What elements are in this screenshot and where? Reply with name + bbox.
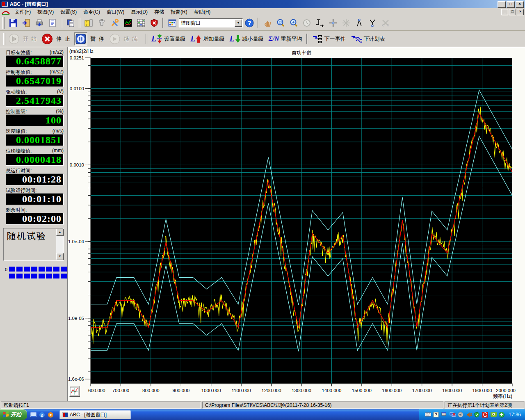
measure-button[interactable] bbox=[314, 17, 326, 29]
menu-report[interactable]: 报告(R) bbox=[167, 8, 191, 16]
svg-text:?: ? bbox=[248, 20, 251, 26]
minimize-button[interactable]: _ bbox=[498, 1, 506, 8]
zoom-box-button[interactable] bbox=[274, 17, 287, 29]
zoom-in-icon bbox=[289, 18, 298, 27]
help-button[interactable]: ? bbox=[243, 17, 256, 29]
scroll-up-button[interactable]: ▲ bbox=[56, 229, 64, 236]
mute-icon[interactable] bbox=[458, 412, 464, 418]
pan-hand-button[interactable] bbox=[261, 17, 274, 29]
field-label: 控制有效值: bbox=[6, 69, 32, 75]
menu-view[interactable]: 视图(V) bbox=[34, 8, 57, 16]
clamp-button[interactable] bbox=[96, 17, 108, 29]
lcd-value-4: 0.0001851 bbox=[6, 134, 64, 146]
pause-button[interactable] bbox=[74, 32, 87, 46]
show-desktop-icon[interactable] bbox=[30, 412, 37, 418]
import-button[interactable] bbox=[20, 17, 32, 29]
svg-text:e: e bbox=[41, 412, 43, 417]
lcd-value-3: 100 bbox=[6, 114, 64, 126]
start-button[interactable] bbox=[8, 33, 20, 45]
spectrum-plot[interactable]: 0.02510.01000.00101.0e-041.0e-051.6e-066… bbox=[68, 47, 525, 401]
crosshair-button[interactable] bbox=[327, 17, 339, 29]
set-level-button[interactable]: L 设置量级 bbox=[151, 34, 185, 44]
menu-settings[interactable]: 设置(S) bbox=[57, 8, 80, 16]
menu-command[interactable]: 命令(C) bbox=[80, 8, 103, 16]
report-icon bbox=[48, 18, 57, 27]
table-icon bbox=[137, 18, 146, 27]
y-axis-unit-label: (m/s2)2/Hz bbox=[69, 48, 94, 54]
task-app-icon bbox=[62, 412, 68, 417]
mdi-close-button[interactable]: × bbox=[517, 9, 524, 15]
menu-file[interactable]: 文件(F) bbox=[11, 8, 34, 16]
next-schedule-button[interactable]: 下计划表 bbox=[351, 34, 385, 43]
window-grid-button[interactable] bbox=[166, 17, 178, 29]
menu-help[interactable]: 帮助(H) bbox=[191, 8, 214, 16]
media-player-icon[interactable] bbox=[48, 412, 54, 418]
ruler-button[interactable] bbox=[82, 17, 95, 29]
table-button[interactable] bbox=[135, 17, 147, 29]
main-toolbar: 谱图窗口 ▼ ? bbox=[0, 16, 525, 31]
field-unit: (mm) bbox=[52, 148, 64, 154]
increase-level-button[interactable]: L 增加量级 bbox=[190, 34, 224, 43]
zoom-in-button[interactable] bbox=[288, 17, 300, 29]
status-help: 帮助请按F1 bbox=[1, 402, 201, 409]
pan-hand-icon bbox=[263, 18, 272, 27]
marker-harmonic-button[interactable] bbox=[366, 17, 379, 29]
sync-red-icon[interactable] bbox=[482, 412, 488, 418]
keyboard-icon[interactable] bbox=[425, 412, 431, 418]
mdi-restore-button[interactable]: □ bbox=[509, 9, 516, 15]
shield-green-icon[interactable] bbox=[474, 412, 480, 418]
maximize-button[interactable]: □ bbox=[507, 1, 515, 8]
history-button[interactable] bbox=[301, 17, 313, 29]
window-select-combo[interactable]: 谱图窗口 ▼ bbox=[179, 18, 243, 27]
mdi-minimize-button[interactable]: _ bbox=[501, 9, 508, 15]
security-icon bbox=[150, 18, 159, 27]
svg-text:900.000: 900.000 bbox=[172, 388, 189, 393]
progress-square bbox=[39, 274, 45, 278]
window-layout-icon[interactable] bbox=[441, 412, 447, 418]
graph-settings-button[interactable] bbox=[122, 17, 134, 29]
continue-button[interactable] bbox=[109, 33, 121, 45]
volume-icon[interactable] bbox=[466, 412, 472, 418]
test-name-scrollbar[interactable]: ▲ ▼ bbox=[56, 229, 63, 260]
health-green-icon[interactable] bbox=[499, 412, 505, 418]
internet-explorer-icon[interactable]: e bbox=[39, 412, 45, 418]
svg-text:1200.000: 1200.000 bbox=[262, 388, 281, 393]
menu-window[interactable]: 窗口(W) bbox=[103, 8, 128, 16]
star-button[interactable] bbox=[340, 17, 352, 29]
marker-delete-button[interactable] bbox=[379, 17, 392, 29]
decrease-level-button[interactable]: L 减小量级 bbox=[229, 34, 263, 43]
security-button[interactable] bbox=[148, 17, 160, 29]
field-unit: (m/s2) bbox=[50, 69, 64, 75]
progress-square bbox=[46, 274, 52, 278]
marker-pick-button[interactable] bbox=[353, 17, 365, 29]
stop-button[interactable] bbox=[41, 33, 53, 45]
close-button[interactable]: × bbox=[516, 1, 524, 8]
task-button-label: ABC - [谱图窗口] bbox=[70, 411, 107, 418]
lcd-value-7: 00:01:10 bbox=[6, 193, 64, 205]
tray-help-icon[interactable]: ? bbox=[433, 412, 439, 418]
test-name-box[interactable]: 随机试验 ▲ ▼ bbox=[3, 228, 64, 261]
plot-settings-button[interactable] bbox=[69, 386, 80, 397]
taskbar-window-button[interactable]: ABC - [谱图窗口] bbox=[59, 410, 131, 419]
network-error-icon[interactable] bbox=[450, 412, 456, 418]
scroll-down-button[interactable]: ▼ bbox=[56, 253, 64, 260]
status-bar: 帮助请按F1 C:\Program Files\STI\VCS\ABC\试验(2… bbox=[0, 401, 525, 409]
combo-dropdown-arrow[interactable]: ▼ bbox=[235, 19, 242, 27]
start-label: 开 始 bbox=[23, 35, 37, 43]
re-average-button[interactable]: Σ/N 重新平均 bbox=[269, 35, 302, 43]
print-button[interactable] bbox=[33, 17, 46, 29]
svg-text:800.000: 800.000 bbox=[142, 388, 160, 393]
field-label: 目标有效值: bbox=[6, 49, 32, 55]
menu-display[interactable]: 显示(D) bbox=[128, 8, 151, 16]
copy-button[interactable] bbox=[64, 17, 77, 29]
start-menu-button[interactable]: 开始 bbox=[0, 409, 27, 420]
menu-storage[interactable]: 存储 bbox=[151, 8, 167, 16]
next-event-button[interactable]: 下一事件 bbox=[312, 34, 346, 43]
report-button[interactable] bbox=[46, 17, 59, 29]
tools-button[interactable] bbox=[109, 17, 121, 29]
nvidia-icon[interactable] bbox=[491, 412, 497, 418]
svg-text:0.0010: 0.0010 bbox=[70, 162, 84, 167]
svg-text:0.0100: 0.0100 bbox=[70, 86, 84, 91]
save-button[interactable] bbox=[7, 17, 19, 29]
progress-squares bbox=[9, 267, 67, 278]
